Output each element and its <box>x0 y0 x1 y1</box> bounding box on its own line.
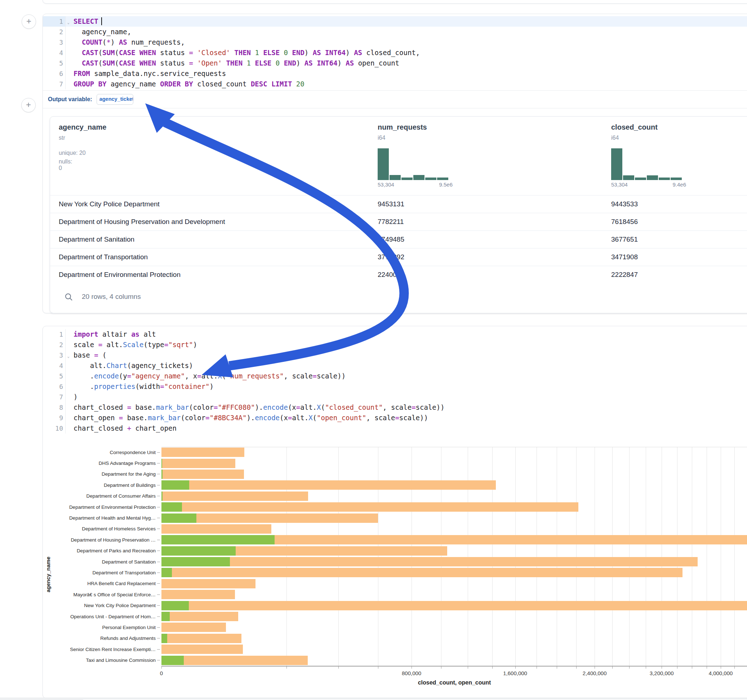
bar-closed-count <box>162 579 256 588</box>
column-type: i64 <box>611 135 619 141</box>
code-line[interactable]: 3 COUNT(*) AS num_requests, <box>43 37 747 48</box>
cell-agency-name: New York City Police Department <box>59 200 160 208</box>
code-line[interactable]: 2 agency_name, <box>43 27 747 37</box>
table-row: Department of Transportation377489234719… <box>50 248 747 266</box>
chart-row: Department for the Aging <box>43 469 747 480</box>
chart-x-tick-label: 0 <box>160 670 163 676</box>
previous-cell-sliver <box>42 0 747 4</box>
line-number: 9 <box>43 413 65 423</box>
code-text: CAST(SUM(CASE WHEN status = 'Open' THEN … <box>65 58 747 68</box>
cell-agency-name: Department of Transportation <box>59 253 148 261</box>
line-number: 5 <box>43 371 65 381</box>
bar-closed-count <box>162 459 235 468</box>
bar-open-count <box>162 546 236 556</box>
bar-closed-count <box>162 590 235 599</box>
code-line[interactable]: 6FROM sample_data.nyc.service_requests <box>43 68 747 79</box>
column-type: i64 <box>378 135 385 141</box>
bar-open-count <box>162 535 275 545</box>
code-line[interactable]: 10chart_closed + chart_open <box>43 423 747 433</box>
sql-code-editor[interactable]: 1⌄SELECT2 agency_name,3 COUNT(*) AS num_… <box>43 14 747 89</box>
cell-closed-count: 2222847 <box>611 271 638 279</box>
code-line[interactable]: 9chart_open = base.mark_bar(color="#8BC3… <box>43 413 747 423</box>
altair-chart: agency_name Correspondence UnitDHS Advan… <box>43 447 747 692</box>
chart-y-tick-label: Mayorâ€ s Office of Special Enforce… <box>43 592 156 597</box>
chart-row: Department of Health and Mental Hyg… <box>43 512 747 523</box>
bar-open-count <box>162 601 189 610</box>
chart-y-tick-label: Department of Homeless Services <box>43 526 156 531</box>
chart-row: Department of Parks and Recreation <box>43 546 747 556</box>
cell-num-requests: 7782211 <box>378 218 404 226</box>
code-line[interactable]: 1⌄SELECT <box>43 16 747 27</box>
output-variable-label: Output variable: <box>48 96 92 103</box>
cell-num-requests: 2240041 <box>378 271 404 279</box>
code-line[interactable]: 1import altair as alt <box>43 329 747 339</box>
histogram-range-labels: 53,3049.4e6 <box>611 181 686 188</box>
bar-closed-count <box>162 612 238 621</box>
code-line[interactable]: 5 .encode(y="agency_name", x=alt.X("num_… <box>43 371 747 381</box>
table-row: Department of Environmental Protection22… <box>50 266 747 284</box>
line-number: 5 <box>43 58 65 68</box>
column-histogram <box>611 148 682 180</box>
output-variable-bar: Output variable: agency_tickets <box>43 91 747 109</box>
chart-y-tick-label: Department of Health and Mental Hyg… <box>43 515 156 520</box>
table-row: Department of Housing Preservation and D… <box>50 213 747 231</box>
chart-y-tick-label: Department of Environmental Protection <box>43 504 156 510</box>
bar-open-count <box>162 513 197 523</box>
line-number: 4 <box>43 48 65 58</box>
code-text: chart_closed + chart_open <box>65 423 747 433</box>
fold-chevron-icon[interactable]: ⌄ <box>67 351 70 362</box>
chart-x-tick-label: 2,400,000 <box>583 670 607 676</box>
search-icon[interactable] <box>65 293 73 302</box>
chart-y-tick-label: DHS Advantage Programs <box>43 460 156 466</box>
code-line[interactable]: 4 CAST(SUM(CASE WHEN status = 'Closed' T… <box>43 48 747 58</box>
chart-row: Personal Exemption Unit <box>43 622 747 633</box>
code-line[interactable]: 7) <box>43 392 747 402</box>
table-row: New York City Police Department945313194… <box>50 195 747 213</box>
column-name: closed_count <box>611 123 658 131</box>
fold-chevron-icon[interactable]: ⌄ <box>67 17 70 28</box>
bar-open-count <box>162 492 163 501</box>
code-text: .properties(width="container") <box>65 381 747 392</box>
result-table: agency_namestrunique: 20nulls: 0num_requ… <box>50 116 747 313</box>
cell-agency-name: Department of Environmental Protection <box>59 271 180 279</box>
chart-y-tick-label: New York City Police Department <box>43 603 156 608</box>
chart-y-tick-label: Department of Sanitation <box>43 559 156 564</box>
column-name: agency_name <box>59 123 106 131</box>
chart-row: Taxi and Limousine Commission <box>43 655 747 665</box>
code-line[interactable]: 3⌄base = ( <box>43 350 747 361</box>
bar-open-count <box>162 656 184 665</box>
chart-x-axis-title: closed_count, open_count <box>418 679 491 686</box>
code-line[interactable]: 2scale = alt.Scale(type="sqrt") <box>43 339 747 350</box>
cell-closed-count: 7618456 <box>611 218 638 226</box>
line-number: 3⌄ <box>43 350 65 361</box>
chart-x-axis-line <box>162 666 747 667</box>
table-footer: 20 rows, 4 columns <box>50 284 747 312</box>
output-variable-input[interactable]: agency_tickets <box>97 94 133 105</box>
table-row-count: 20 rows, 4 columns <box>82 293 141 301</box>
add-cell-button-top[interactable]: + <box>22 14 36 29</box>
chart-y-tick-label: Department for the Aging <box>43 471 156 477</box>
code-line[interactable]: 4 alt.Chart(agency_tickets) <box>43 361 747 371</box>
add-cell-button-output[interactable]: + <box>21 98 36 112</box>
code-line[interactable]: 6 .properties(width="container") <box>43 381 747 392</box>
bar-closed-count <box>162 502 578 512</box>
chart-y-tick-label: HRA Benefit Card Replacement <box>43 581 156 586</box>
code-line[interactable]: 7GROUP BY agency_name ORDER BY closed_co… <box>43 79 747 89</box>
cell-num-requests: 3774892 <box>378 253 404 261</box>
chart-y-tick-label: Correspondence Unit <box>43 450 156 455</box>
chart-x-tick-label: 1,600,000 <box>503 670 527 676</box>
chart-row: Correspondence Unit <box>43 447 747 458</box>
code-line[interactable]: 8chart_closed = base.mark_bar(color="#FF… <box>43 402 747 413</box>
code-line[interactable]: 5 CAST(SUM(CASE WHEN status = 'Open' THE… <box>43 58 747 68</box>
code-text: ) <box>65 392 747 402</box>
sql-cell: 1⌄SELECT2 agency_name,3 COUNT(*) AS num_… <box>42 14 747 313</box>
chart-rows: Correspondence UnitDHS Advantage Program… <box>43 447 747 666</box>
chart-y-tick-label: Taxi and Limousine Commission <box>43 658 156 663</box>
bar-closed-count <box>162 568 682 577</box>
code-text: SELECT <box>65 16 747 27</box>
python-code-editor[interactable]: 1import altair as alt2scale = alt.Scale(… <box>43 326 747 433</box>
chart-row: HRA Benefit Card Replacement <box>43 578 747 589</box>
cell-agency-name: Department of Housing Preservation and D… <box>59 218 225 226</box>
table-body: New York City Police Department945313194… <box>50 195 747 284</box>
line-number: 2 <box>43 339 65 350</box>
